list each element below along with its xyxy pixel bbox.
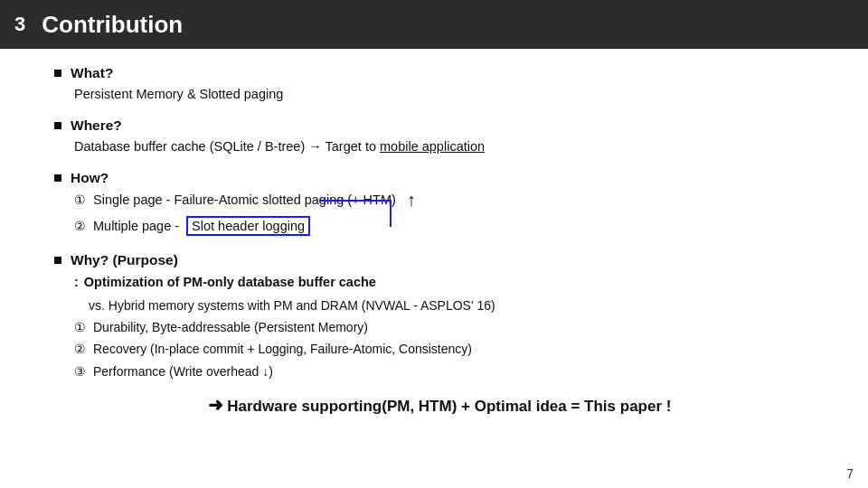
why-vs-text: vs. Hybrid memory systems with PM and DR…: [89, 298, 495, 313]
footer: ➜ Hardware supporting(PM, HTM) + Optimal…: [54, 394, 825, 416]
how-num-1: ①: [74, 192, 86, 207]
why-optimization: Optimization of PM-only database buffer …: [84, 272, 376, 293]
how-heading: How?: [54, 170, 825, 186]
how-item-2: ② Multiple page - Slot header logging: [74, 212, 825, 239]
why-bold-line: : Optimization of PM-only database buffe…: [74, 272, 825, 293]
how-highlighted: Slot header logging: [186, 216, 310, 236]
where-suffix: Target to: [326, 139, 376, 154]
bullet-how: [54, 174, 61, 182]
why-num-2: ②: [74, 339, 86, 359]
why-item-2: ② Recovery (In-place commit + Logging, F…: [74, 339, 825, 359]
why-text-3: Performance (Write overhead ↓): [93, 361, 273, 381]
slide-title: Contribution: [42, 11, 183, 39]
how-num-2: ②: [74, 219, 86, 233]
where-heading: Where?: [54, 117, 825, 134]
how-text-2-prefix: Multiple page -: [93, 219, 179, 233]
what-text: Persistent Memory & Slotted paging: [74, 87, 283, 101]
how-item-1: ① Single page - Failure-Atomic slotted p…: [74, 190, 825, 211]
where-arrow: →: [308, 139, 322, 154]
how-items: ① Single page - Failure-Atomic slotted p…: [54, 190, 825, 239]
why-item-3: ③ Performance (Write overhead ↓): [74, 361, 825, 381]
section-how: How? ① Single page - Failure-Atomic slot…: [54, 170, 825, 239]
where-label: Where?: [71, 117, 122, 134]
slide-header: 3 Contribution: [0, 0, 868, 49]
section-why: Why? (Purpose) : Optimization of PM-only…: [54, 252, 825, 382]
what-body: Persistent Memory & Slotted paging: [54, 85, 825, 105]
where-prefix: Database buffer cache (SQLite / B-tree): [74, 139, 305, 154]
how-label: How?: [71, 170, 108, 186]
why-text-2: Recovery (In-place commit + Logging, Fai…: [93, 339, 472, 359]
where-body: Database buffer cache (SQLite / B-tree) …: [54, 137, 825, 157]
why-item-1: ① Durability, Byte-addressable (Persiste…: [74, 317, 825, 337]
why-label: Why? (Purpose): [71, 252, 178, 268]
colon-prefix: :: [74, 272, 79, 293]
arrow-up-annotation: ↑: [407, 190, 416, 211]
why-vs-line: vs. Hybrid memory systems with PM and DR…: [89, 296, 825, 315]
why-heading: Why? (Purpose): [54, 252, 825, 268]
bullet-where: [54, 122, 61, 129]
slide-number: 3: [14, 13, 25, 36]
where-link: mobile application: [380, 139, 485, 154]
section-what: What? Persistent Memory & Slotted paging: [54, 65, 825, 105]
bullet-why: [54, 257, 61, 264]
why-sub: : Optimization of PM-only database buffe…: [54, 272, 825, 382]
how-bracket-line: [319, 200, 392, 227]
why-num-3: ③: [74, 361, 86, 381]
page-number: 7: [846, 466, 854, 481]
footer-text: Hardware supporting(PM, HTM) + Optimal i…: [227, 398, 671, 415]
why-num-1: ①: [74, 317, 86, 337]
bullet-what: [54, 70, 61, 77]
why-text-1: Durability, Byte-addressable (Persistent…: [93, 317, 368, 337]
footer-arrow: ➜: [208, 395, 223, 415]
what-label: What?: [71, 65, 113, 81]
section-where: Where? Database buffer cache (SQLite / B…: [54, 117, 825, 157]
what-heading: What?: [54, 65, 825, 81]
slide-content: What? Persistent Memory & Slotted paging…: [0, 49, 868, 425]
